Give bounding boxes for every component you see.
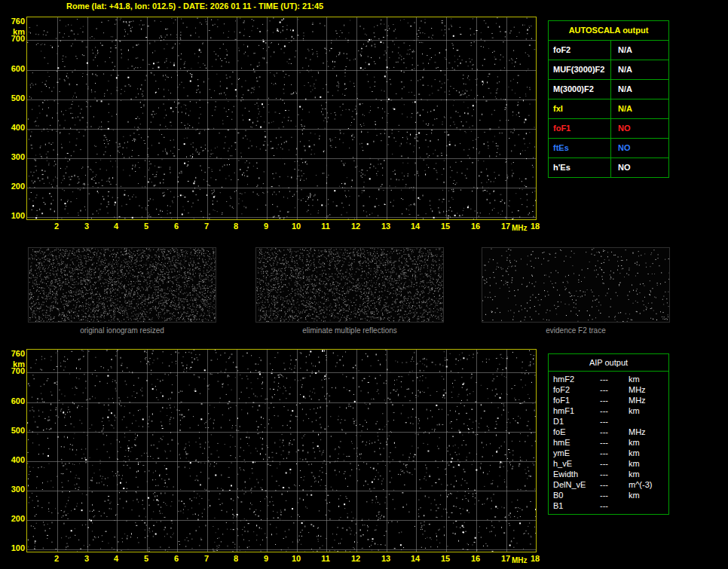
x-axis-tick-label: 9 <box>257 222 275 231</box>
y-axis-tick-label: 400 <box>2 455 25 465</box>
aip-param-unit: m^(-3) <box>629 479 668 490</box>
x-axis-tick-label: 7 <box>197 222 216 231</box>
autoscala-row: foF1NO <box>549 118 668 138</box>
aip-row: ymE---km <box>549 448 668 458</box>
autoscala-table-body: foF2N/AMUF(3000)F2N/AM(3000)F2N/AfxIN/Af… <box>549 40 668 177</box>
aip-table-header: AIP output <box>549 354 668 372</box>
aip-param-label: hmF1 <box>549 405 600 416</box>
panel-original-ionogram <box>28 247 216 323</box>
aip-param-value: --- <box>600 458 629 469</box>
x-axis-tick-label: 12 <box>347 554 365 564</box>
aip-param-unit: MHz <box>629 427 668 437</box>
x-axis-tick-label: 14 <box>406 554 424 564</box>
aip-param-label: foF1 <box>549 395 600 405</box>
aip-param-label: B1 <box>549 500 600 511</box>
x-axis-tick-label: 6 <box>167 222 185 231</box>
aip-row: Ewidth---km <box>549 469 668 479</box>
x-axis-tick-label: 2 <box>47 554 66 564</box>
x-axis-tick-label: 8 <box>227 222 245 231</box>
x-axis-tick-label: 16 <box>466 222 485 231</box>
x-axis-tick-label: 9 <box>257 554 275 564</box>
aip-param-value: --- <box>600 427 629 437</box>
aip-row: D1--- <box>549 416 668 427</box>
autoscala-row: M(3000)F2N/A <box>549 79 668 99</box>
y-axis-tick-label: 760 <box>2 17 25 26</box>
y-axis-tick-label: 200 <box>2 182 25 191</box>
autoscala-param-label: M(3000)F2 <box>549 80 610 99</box>
x-axis-tick-label: 4 <box>107 554 125 564</box>
aip-row: foF1---MHz <box>549 395 668 405</box>
x-axis-tick-label: 8 <box>227 554 245 564</box>
panel-caption-eliminate: eliminate multiple reflections <box>255 326 444 335</box>
x-axis-tick-label: 12 <box>347 222 365 231</box>
y-axis-tick-label: 300 <box>2 485 25 494</box>
autoscala-row: fxIN/A <box>549 99 668 118</box>
y-axis-tick-label: 760 <box>2 349 25 359</box>
x-axis-tick-label: 10 <box>287 222 305 231</box>
aip-param-value: --- <box>600 395 629 405</box>
aip-param-value: --- <box>600 384 629 395</box>
x-axis-tick-label: 2 <box>47 222 66 231</box>
y-axis-tick-label: 200 <box>2 514 25 524</box>
aip-row: DelN_vE---m^(-3) <box>549 479 668 490</box>
x-axis-tick-label: 11 <box>317 554 335 564</box>
aip-row: h_vE---km <box>549 458 668 469</box>
aip-param-label: Ewidth <box>549 469 600 479</box>
autoscala-param-value: N/A <box>610 60 668 79</box>
panel-eliminate-reflections <box>255 247 444 323</box>
autoscala-param-value: NO <box>610 158 668 177</box>
aip-param-label: h_vE <box>549 458 600 469</box>
x-axis-tick-label: 14 <box>406 222 424 231</box>
aip-table-body: hmF2---kmfoF2---MHzfoF1---MHzhmF1---kmD1… <box>549 372 668 514</box>
x-axis-tick-label: 3 <box>78 554 96 564</box>
y-axis-unit-label: km <box>2 27 25 37</box>
autoscala-row: foF2N/A <box>549 40 668 60</box>
aip-row: B1--- <box>549 500 668 511</box>
panel-caption-original: original ionogram resized <box>28 326 216 335</box>
aip-param-unit: km <box>629 405 668 416</box>
x-axis-tick-label: 7 <box>197 554 216 564</box>
aip-row: foF2---MHz <box>549 384 668 395</box>
autoscala-param-label: foF1 <box>549 119 610 138</box>
aip-param-value: --- <box>600 437 629 448</box>
x-axis-tick-label: 6 <box>167 554 185 564</box>
autoscala-row: ftEsNO <box>549 138 668 158</box>
aip-row: hmF2---km <box>549 374 668 384</box>
aip-param-value: --- <box>600 469 629 479</box>
aip-param-label: hmE <box>549 437 600 448</box>
y-axis-tick-label: 600 <box>2 64 25 74</box>
autoscala-param-value: NO <box>610 139 668 158</box>
aip-param-value: --- <box>600 405 629 416</box>
y-axis-tick-label: 400 <box>2 123 25 133</box>
x-axis-tick-label: 13 <box>377 222 395 231</box>
x-axis-tick-label: 11 <box>317 222 335 231</box>
autoscala-output-table: AUTOSCALA output foF2N/AMUF(3000)F2N/AM(… <box>548 20 669 178</box>
autoscala-param-label: fxI <box>549 99 610 118</box>
x-axis-tick-label: 4 <box>107 222 125 231</box>
aip-param-unit <box>629 500 668 511</box>
autoscala-param-label: h'Es <box>549 158 610 177</box>
x-axis-tick-label: 10 <box>287 554 305 564</box>
page-title: Rome (lat: +41.8, lon: 012.5) - DATE: 20… <box>66 2 323 11</box>
autoscala-param-value: N/A <box>610 41 668 60</box>
aip-param-label: foF2 <box>549 384 600 395</box>
panel-evidence-f2-trace <box>482 247 670 323</box>
x-axis-unit-label: MHz <box>512 556 528 565</box>
y-axis-unit-label: km <box>2 359 25 369</box>
aip-output-table: AIP output hmF2---kmfoF2---MHzfoF1---MHz… <box>548 353 669 515</box>
aip-param-unit: km <box>629 437 668 448</box>
autoscala-param-value: NO <box>610 119 668 138</box>
aip-row: B0---km <box>549 490 668 500</box>
x-axis-tick-label: 15 <box>436 554 454 564</box>
aip-param-value: --- <box>600 490 629 500</box>
autoscala-param-value: N/A <box>610 80 668 99</box>
aip-param-unit <box>629 416 668 427</box>
aip-param-unit: km <box>629 490 668 500</box>
y-axis-tick-label: 100 <box>2 543 25 553</box>
x-axis-tick-label: 5 <box>137 554 155 564</box>
x-axis-tick-label: 13 <box>377 554 395 564</box>
y-axis-tick-label: 500 <box>2 93 25 103</box>
aip-param-unit: km <box>629 374 668 384</box>
x-axis-tick-label: 16 <box>466 554 485 564</box>
aip-param-unit: km <box>629 448 668 458</box>
